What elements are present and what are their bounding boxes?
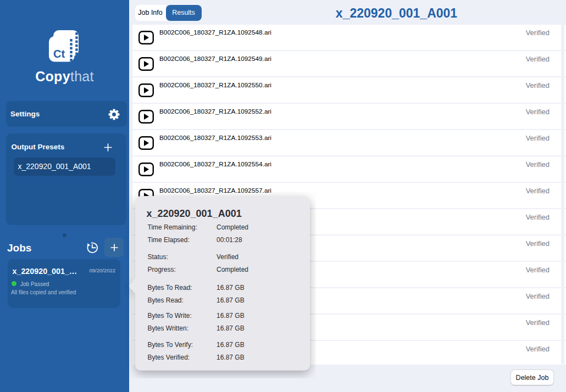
svg-text:Ct: Ct — [53, 48, 65, 60]
